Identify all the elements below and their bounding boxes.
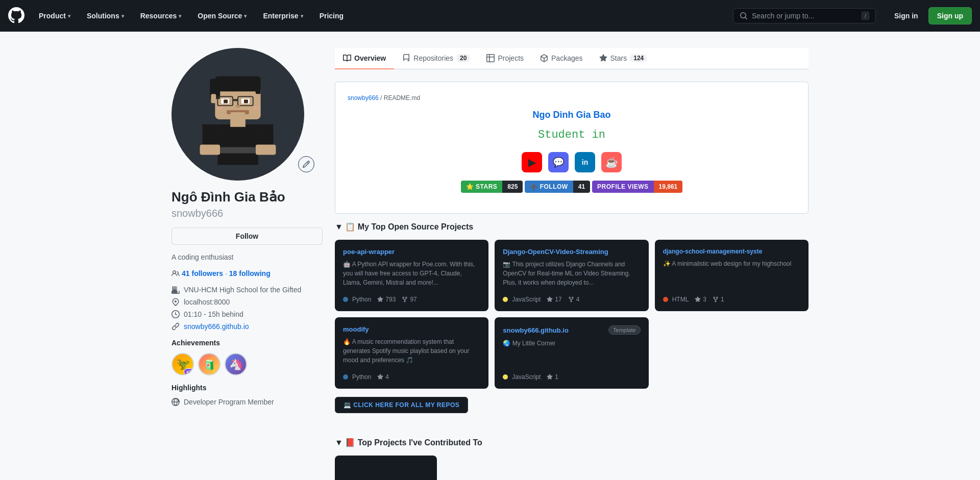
followers-link[interactable]: 41 followers (182, 269, 223, 277)
project-desc-2: 📷 This project utilizes Django Channels … (503, 260, 640, 292)
nav-product[interactable]: Product ▾ (33, 8, 77, 24)
project-name-4: moodify (343, 325, 480, 333)
star-small-icon-4 (377, 374, 383, 380)
projects-grid: poe-api-wrapper 🤖 A Python API wrapper f… (335, 240, 808, 389)
contributed-header: ▼ 📕 Top Projects I've Contributed To (335, 438, 808, 447)
readme-typing-text: Student in (348, 129, 796, 144)
discord-social-icon[interactable]: 💬 (548, 152, 569, 172)
highlight-developer-program: Developer Program Member (172, 398, 323, 406)
nav-solutions[interactable]: Solutions ▾ (81, 8, 130, 24)
achievement-badge-3[interactable]: 🦄 (225, 353, 247, 375)
search-icon (740, 12, 748, 20)
meta-time: 01:10 - 15h behind (172, 310, 323, 318)
project-stars-4: 4 (377, 373, 389, 381)
nav-pricing[interactable]: Pricing (313, 8, 350, 24)
project-forks-1: 97 (402, 296, 416, 303)
contributed-card-1[interactable] (335, 456, 437, 480)
project-meta-3: HTML 3 1 (663, 296, 800, 303)
readme-stats-row: ⭐ STARS 825 ➕ FOLLOW 41 PROFIL (348, 181, 796, 193)
tab-packages[interactable]: Packages (532, 48, 591, 69)
contributed-section: ▼ 📕 Top Projects I've Contributed To (335, 438, 808, 480)
tab-stars[interactable]: Stars 124 (591, 48, 656, 69)
achievements-row: 🦖 x3 🧃 🦄 (172, 353, 323, 375)
website-link[interactable]: snowby666.github.io (184, 322, 249, 331)
globe-icon (172, 398, 180, 406)
project-name-5: snowby666.github.io (503, 326, 569, 334)
project-meta-1: Python 793 97 (343, 296, 480, 303)
follow-button[interactable]: Follow (172, 228, 323, 245)
highlights-section: Highlights Developer Program Member (172, 384, 323, 406)
star-small-icon-3 (695, 296, 701, 302)
contributed-grid (335, 456, 808, 480)
project-lang-5: JavaScript (503, 373, 541, 381)
project-forks-3: 1 (713, 296, 724, 303)
book-icon (343, 54, 351, 62)
fork-small-icon-2 (568, 296, 574, 302)
project-lang-1: Python (343, 296, 371, 303)
project-card-poe-api-wrapper[interactable]: poe-api-wrapper 🤖 A Python API wrapper f… (335, 240, 488, 311)
profile-username: snowby666 (172, 208, 323, 219)
linkedin-social-icon[interactable]: in (575, 152, 595, 172)
readme-card: snowby666 / README.md Ngo Dinh Gia Bao S… (335, 82, 808, 214)
nav-resources[interactable]: Resources ▾ (134, 8, 188, 24)
nav-auth-actions: Sign in Sign up (888, 7, 972, 24)
tab-repositories[interactable]: Repositories 20 (394, 48, 478, 69)
nav-enterprise[interactable]: Enterprise ▾ (257, 8, 309, 24)
project-desc-3: ✨ A minimalistic web design for my highs… (663, 259, 800, 292)
readme-profile-name: Ngo Dinh Gia Bao (348, 110, 796, 120)
signup-button[interactable]: Sign up (928, 7, 972, 24)
fork-small-icon-3 (713, 296, 719, 302)
project-name-1: poe-api-wrapper (343, 248, 480, 256)
following-link[interactable]: 18 following (229, 269, 271, 277)
achievements-section: Achievements 🦖 x3 🧃 🦄 (172, 339, 323, 375)
readme-content: Ngo Dinh Gia Bao Student in ▶ 💬 in ☕ ⭐ S… (348, 110, 796, 193)
project-desc-1: 🤖 A Python API wrapper for Poe.com. With… (343, 260, 480, 292)
tab-overview[interactable]: Overview (335, 48, 394, 69)
template-badge: Template (608, 325, 641, 335)
avatar-edit-button[interactable] (298, 156, 314, 172)
kofi-social-icon[interactable]: ☕ (601, 152, 622, 172)
signin-button[interactable]: Sign in (888, 7, 924, 24)
main-layout: Ngô Đình Gia Bảo snowby666 Follow A codi… (163, 32, 817, 480)
project-card-moodify[interactable]: moodify 🔥 A music recommendation system … (335, 317, 488, 389)
python-dot (343, 297, 348, 302)
search-box[interactable]: Search or jump to... / (733, 8, 876, 23)
github-logo[interactable] (8, 7, 24, 25)
nav-open-source[interactable]: Open Source ▾ (191, 8, 253, 24)
product-chevron-icon: ▾ (68, 13, 70, 19)
avatar-wrapper (172, 48, 323, 181)
tab-projects[interactable]: Projects (478, 48, 532, 69)
top-projects-header: ▼ 📋 My Top Open Source Projects (335, 222, 808, 232)
svg-rect-17 (224, 99, 228, 103)
achievement-badge-2[interactable]: 🧃 (198, 353, 220, 375)
avatar (172, 48, 304, 181)
project-card-django-school[interactable]: django-school-management-syste ✨ A minim… (655, 240, 808, 311)
readme-socials: ▶ 💬 in ☕ (348, 152, 796, 172)
profile-content: Overview Repositories 20 Projects Packa (335, 48, 808, 480)
achievement-badge-1[interactable]: 🦖 x3 (172, 353, 194, 375)
project-meta-4: Python 4 (343, 373, 480, 381)
main-nav: Product ▾ Solutions ▾ Resources ▾ Open S… (0, 0, 980, 32)
project-forks-2: 4 (568, 296, 580, 303)
views-stat-badge: PROFILE VIEWS 19,861 (592, 181, 682, 193)
project-card-github-io[interactable]: snowby666.github.io Template 🌏 My Little… (495, 317, 648, 389)
project-stars-3: 3 (695, 296, 706, 303)
project-card-django-opencv[interactable]: Django-OpenCV-Video-Streaming 📷 This pro… (495, 240, 648, 311)
follow-stat-badge: ➕ FOLLOW 41 (525, 181, 590, 193)
project-name-3: django-school-management-syste (663, 248, 800, 255)
svg-rect-9 (215, 77, 260, 92)
svg-rect-5 (256, 145, 276, 155)
solutions-chevron-icon: ▾ (121, 13, 124, 19)
python-dot-4 (343, 374, 348, 380)
readme-user-link[interactable]: snowby666 (348, 94, 379, 102)
youtube-social-icon[interactable]: ▶ (522, 152, 542, 172)
project-stars-5: 1 (547, 373, 558, 381)
highlights-title: Highlights (172, 384, 323, 392)
stars-stat-badge: ⭐ STARS 825 (461, 181, 523, 193)
profile-meta: VNU-HCM High School for the Gifted local… (172, 286, 323, 331)
svg-rect-25 (253, 107, 259, 110)
all-repos-button[interactable]: 💻 CLICK HERE FOR ALL MY REPOS (335, 397, 468, 413)
search-shortcut: / (862, 12, 869, 20)
top-projects-section: ▼ 📋 My Top Open Source Projects poe-api-… (335, 222, 808, 425)
people-icon (172, 269, 180, 277)
